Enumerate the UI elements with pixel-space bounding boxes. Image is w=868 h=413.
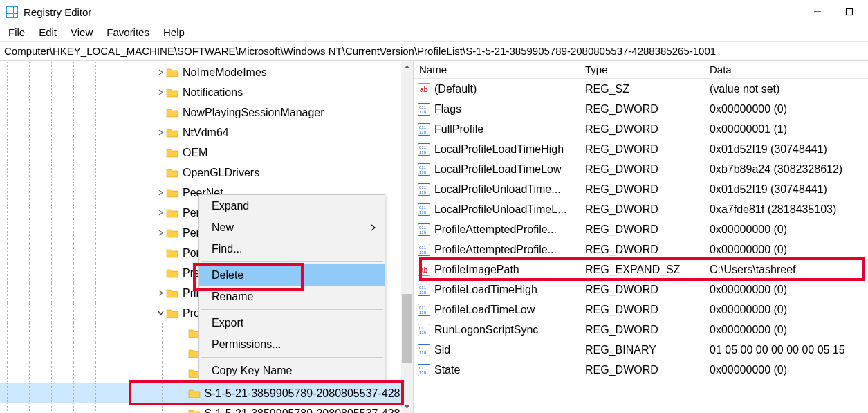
address-input[interactable] (0, 42, 868, 60)
addressbar (0, 42, 868, 61)
tree-scrollbar[interactable] (401, 61, 413, 413)
folder-icon (166, 308, 178, 319)
value-data: 0x01d52f19 (30748441) (704, 143, 868, 156)
menu-favorites[interactable]: Favorites (100, 25, 156, 39)
chevron-right-icon (371, 221, 376, 234)
ctx-item-delete[interactable]: Delete (199, 264, 385, 286)
chevron-right-icon[interactable] (155, 89, 166, 95)
tree-item[interactable]: S-1-5-21-3859905789-2080805537-428838 (0, 383, 413, 403)
list-row[interactable]: LocalProfileUnloadTime...REG_DWORD0x01d5… (414, 179, 868, 199)
ctx-item-label: Delete (212, 269, 243, 282)
list-row[interactable]: ProfileLoadTimeHighREG_DWORD0x00000000 (… (414, 279, 868, 300)
ctx-item-label: Rename (212, 291, 253, 303)
chevron-right-icon[interactable] (155, 230, 166, 236)
folder-icon (166, 248, 178, 259)
tree-item[interactable]: S-1-5-21-3859905789-2080805537-428838 (0, 403, 413, 413)
values-list: Name Type Data (Default)REG_SZ(value not… (414, 61, 868, 413)
value-data: (value not set) (704, 83, 868, 95)
chevron-right-icon[interactable] (155, 69, 166, 75)
ctx-item-find[interactable]: Find... (199, 238, 385, 259)
tree-item-label: Notifications (183, 86, 243, 99)
maximize-button[interactable] (833, 0, 865, 24)
reg-binary-icon (418, 143, 430, 156)
list-row[interactable]: FullProfileREG_DWORD0x00000001 (1) (414, 119, 868, 139)
menu-help[interactable]: Help (156, 25, 192, 39)
col-header-data[interactable]: Data (704, 62, 868, 77)
col-header-name[interactable]: Name (414, 62, 580, 77)
chevron-right-icon[interactable] (155, 129, 166, 136)
value-type: REG_DWORD (580, 203, 704, 216)
reg-binary-icon (418, 244, 430, 256)
value-data: 0x00000000 (0) (704, 103, 868, 116)
list-row[interactable]: StateREG_DWORD0x00000000 (0) (414, 360, 868, 380)
tree-item-label: S-1-5-21-3859905789-2080805537-428838 (205, 387, 413, 400)
tree-item[interactable]: NtVdm64 (0, 122, 413, 143)
reg-binary-icon (418, 284, 430, 296)
svg-rect-6 (14, 10, 17, 13)
list-row[interactable]: (Default)REG_SZ(value not set) (414, 79, 868, 99)
list-row[interactable]: FlagsREG_DWORD0x00000000 (0) (414, 99, 868, 119)
value-type: REG_DWORD (580, 123, 704, 136)
value-type: REG_DWORD (580, 364, 704, 376)
value-type: REG_DWORD (580, 244, 704, 256)
reg-binary-icon (418, 344, 430, 356)
folder-icon (166, 147, 178, 158)
list-header: Name Type Data (414, 61, 868, 79)
menu-edit[interactable]: Edit (32, 25, 64, 39)
ctx-item-rename[interactable]: Rename (199, 286, 385, 307)
tree-item[interactable]: Notifications (0, 82, 413, 102)
value-type: REG_DWORD (580, 304, 704, 316)
folder-icon (166, 167, 178, 178)
tree-item-label: S-1-5-21-3859905789-2080805537-428838 (205, 407, 413, 414)
list-row[interactable]: LocalProfileUnloadTimeL...REG_DWORD0xa7f… (414, 199, 868, 219)
tree-item[interactable]: NoImeModeImes (0, 62, 413, 82)
chevron-right-icon[interactable] (155, 190, 166, 196)
main-panes: NoImeModeImesNotificationsNowPlayingSess… (0, 61, 868, 413)
tree-item[interactable]: OEM (0, 143, 413, 163)
list-row[interactable]: ProfileAttemptedProfile...REG_DWORD0x000… (414, 219, 868, 239)
chevron-right-icon[interactable] (155, 210, 166, 216)
value-name: LocalProfileUnloadTimeL... (434, 203, 567, 216)
ctx-item-expand[interactable]: Expand (199, 195, 385, 217)
minimize-button[interactable] (802, 0, 833, 24)
value-name: Sid (434, 344, 450, 356)
value-type: REG_BINARY (580, 344, 704, 356)
menu-separator (201, 261, 383, 262)
list-row[interactable]: ProfileImagePathREG_EXPAND_SZC:\Users\ta… (414, 259, 868, 279)
ctx-item-label: Copy Key Name (212, 365, 293, 377)
tree-pane: NoImeModeImesNotificationsNowPlayingSess… (0, 61, 414, 413)
tree-item[interactable]: OpenGLDrivers (0, 163, 413, 183)
menu-separator (201, 309, 383, 310)
value-type: REG_DWORD (580, 163, 704, 176)
list-row[interactable]: LocalProfileLoadTimeHighREG_DWORD0x01d52… (414, 139, 868, 159)
col-header-type[interactable]: Type (580, 62, 704, 77)
scroll-down-icon[interactable] (401, 401, 413, 413)
list-row[interactable]: SidREG_BINARY01 05 00 00 00 00 00 05 15 (414, 340, 868, 360)
tree-item[interactable]: NowPlayingSessionManager (0, 102, 413, 122)
scrollbar-thumb[interactable] (402, 294, 412, 363)
scroll-up-icon[interactable] (401, 61, 413, 73)
folder-icon (166, 127, 178, 138)
ctx-item-export[interactable]: Export (199, 312, 385, 333)
ctx-item-label: Export (212, 317, 243, 329)
value-data: 0xb7b89a24 (3082328612) (704, 163, 868, 176)
chevron-right-icon[interactable] (155, 290, 166, 296)
ctx-item-copy-key-name[interactable]: Copy Key Name (199, 360, 385, 381)
list-row[interactable]: ProfileLoadTimeLowREG_DWORD0x00000000 (0… (414, 300, 868, 320)
window: Registry Editor File Edit View Favorites… (0, 0, 868, 413)
chevron-down-icon[interactable] (155, 310, 166, 316)
folder-icon (166, 228, 178, 239)
ctx-item-new[interactable]: New (199, 217, 385, 238)
value-data: 0x00000000 (0) (704, 324, 868, 336)
value-data: C:\Users\tashreef (704, 264, 868, 276)
ctx-item-permissions[interactable]: Permissions... (199, 333, 385, 355)
list-row[interactable]: ProfileAttemptedProfile...REG_DWORD0x000… (414, 239, 868, 259)
list-row[interactable]: RunLogonScriptSyncREG_DWORD0x00000000 (0… (414, 320, 868, 340)
menu-file[interactable]: File (1, 25, 32, 39)
ctx-item-label: Expand (212, 200, 249, 212)
reg-binary-icon (418, 163, 430, 176)
value-data: 0x01d52f19 (30748441) (704, 183, 868, 196)
menu-view[interactable]: View (64, 25, 100, 39)
tree-item-label: NowPlayingSessionManager (183, 107, 324, 119)
list-row[interactable]: LocalProfileLoadTimeLowREG_DWORD0xb7b89a… (414, 159, 868, 179)
